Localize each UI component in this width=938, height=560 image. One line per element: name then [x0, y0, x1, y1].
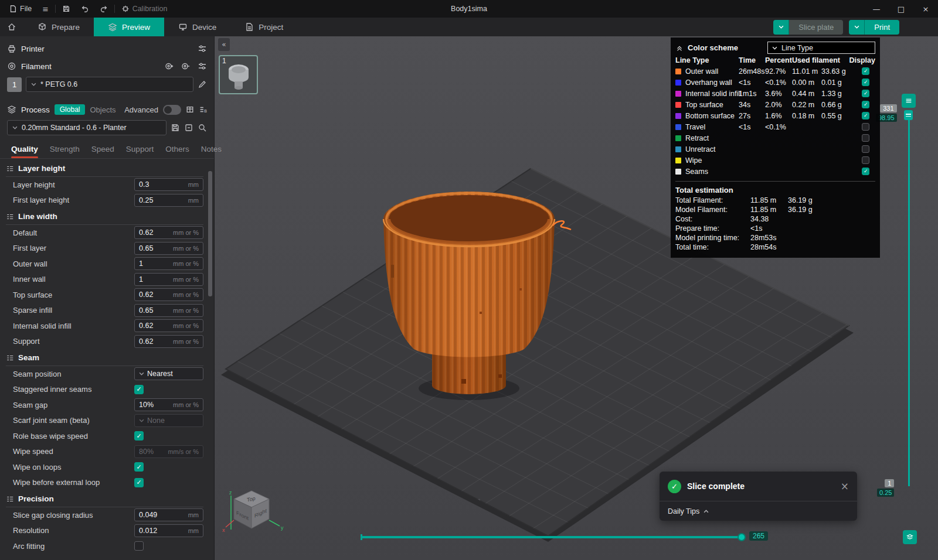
seam-gap-input[interactable]: 10%mm or %	[134, 398, 203, 411]
redo-button[interactable]	[94, 0, 113, 18]
param-unit: mm	[188, 511, 199, 518]
tab-others[interactable]: Others	[160, 142, 195, 158]
slice-dropdown-caret[interactable]	[773, 20, 789, 35]
display-checkbox[interactable]	[862, 67, 869, 75]
tab-project[interactable]: Project	[230, 18, 297, 36]
line-width-sparse-infill-input[interactable]: 0.65mm or %	[134, 304, 203, 317]
parameter-list-icon[interactable]: B	[199, 105, 207, 114]
add-filament-icon[interactable]	[165, 62, 174, 71]
layer-slider-track[interactable]	[908, 117, 910, 486]
seam-position-select[interactable]: Nearest	[134, 367, 203, 380]
tab-speed[interactable]: Speed	[86, 142, 120, 158]
wipe-speed-input[interactable]: 80%mm/s or %	[134, 445, 203, 458]
sidebar-scrollbar[interactable]	[208, 171, 212, 296]
slice-plate-button[interactable]: Slice plate	[773, 20, 843, 35]
line-width-top-surface-input[interactable]: 0.62mm or %	[134, 288, 203, 301]
display-checkbox[interactable]	[862, 145, 869, 153]
display-checkbox[interactable]	[862, 156, 869, 164]
print-button[interactable]: Print	[849, 20, 899, 35]
tab-strength[interactable]: Strength	[45, 142, 85, 158]
line-width-inner-wall-input[interactable]: 1mm or %	[134, 273, 203, 286]
display-checkbox[interactable]	[862, 78, 869, 86]
layer-height-input[interactable]: 0.3mm	[134, 178, 203, 191]
line-width-first-layer-input[interactable]: 0.65mm or %	[134, 242, 203, 255]
maximize-button[interactable]: □	[889, 0, 913, 18]
filament-settings-icon[interactable]	[198, 62, 207, 71]
save-button[interactable]	[57, 0, 76, 18]
view-mode-select[interactable]: Line Type	[767, 42, 875, 54]
tab-device[interactable]: Device	[164, 18, 230, 36]
sidebar-collapse-button[interactable]: «	[218, 38, 230, 51]
display-checkbox[interactable]	[862, 112, 869, 119]
print-dropdown-caret[interactable]	[849, 20, 865, 35]
wipe-before-external-loop-checkbox[interactable]	[134, 478, 144, 487]
filament-section: Filament	[0, 57, 214, 75]
parameter-table-icon[interactable]	[186, 105, 194, 114]
process-objects-tab[interactable]: Objects	[90, 105, 115, 114]
delete-preset-icon[interactable]	[184, 123, 193, 132]
layer-view-icon[interactable]	[903, 530, 917, 544]
line-width-outer-wall-input[interactable]: 1mm or %	[134, 257, 203, 270]
tab-home[interactable]	[0, 18, 23, 36]
printer-settings-icon[interactable]	[198, 44, 207, 53]
tab-notes[interactable]: Notes	[196, 142, 227, 158]
line-width-support-input[interactable]: 0.62mm or %	[134, 335, 203, 348]
display-checkbox[interactable]	[862, 90, 869, 97]
plate-number: 1	[222, 57, 226, 65]
layer-range-icon[interactable]	[902, 94, 916, 108]
orientation-cube[interactable]: z Top Front Right x y	[222, 490, 284, 533]
daily-tips-row[interactable]: Daily Tips	[660, 501, 857, 521]
edit-filament-icon[interactable]	[198, 80, 207, 89]
tab-device-label: Device	[192, 23, 216, 32]
arc-fitting-checkbox[interactable]	[134, 541, 144, 551]
collapse-panel-icon[interactable]	[675, 44, 684, 52]
display-checkbox[interactable]	[862, 168, 869, 175]
role-base-wipe-speed-checkbox[interactable]	[134, 431, 144, 441]
tab-preview[interactable]: Preview	[94, 18, 164, 36]
tab-quality[interactable]: Quality	[6, 142, 43, 158]
menu-list-button[interactable]: ≡	[37, 0, 53, 18]
line-width-internal-solid-input[interactable]: 0.62mm or %	[134, 319, 203, 332]
toast-close-icon[interactable]: ×	[841, 480, 849, 492]
param-row: First layer0.65mm or %	[6, 241, 203, 257]
display-checkbox[interactable]	[862, 134, 869, 142]
calibration-menu[interactable]: Calibration	[116, 0, 173, 18]
preview-layers-icon	[108, 22, 117, 32]
move-slider-track[interactable]	[361, 536, 745, 538]
advanced-toggle[interactable]	[163, 105, 181, 115]
process-preset-select[interactable]: 0.20mm Standard - 0.6 - Planter	[7, 120, 166, 135]
search-preset-icon[interactable]	[198, 123, 207, 132]
save-preset-icon[interactable]	[171, 123, 180, 132]
scarf-joint-seam-select[interactable]: None	[134, 414, 203, 427]
file-menu[interactable]: File	[4, 0, 37, 18]
param-label: First layer	[6, 244, 134, 252]
move-slider-value: 265	[749, 531, 768, 541]
line-type-name: Wipe	[685, 156, 702, 165]
move-slider-handle[interactable]	[738, 533, 746, 541]
display-checkbox[interactable]	[862, 123, 869, 131]
tab-support[interactable]: Support	[121, 142, 159, 158]
param-label: Layer height	[6, 180, 134, 189]
resolution-input[interactable]: 0.012mm	[134, 524, 203, 537]
remove-filament-icon[interactable]	[181, 62, 191, 71]
slice-gap-closing-radius-input[interactable]: 0.049mm	[134, 508, 203, 521]
undo-button[interactable]	[76, 0, 94, 18]
param-label: Scarf joint seam (beta)	[6, 416, 134, 425]
filament-select[interactable]: * PETG 0.6	[26, 77, 193, 92]
layer-slider-bottom-labels: 1 0.25	[877, 479, 894, 497]
minimize-button[interactable]: —	[864, 0, 889, 18]
layer-slider-handle[interactable]	[904, 110, 913, 120]
display-checkbox[interactable]	[862, 101, 869, 108]
filament-index-badge[interactable]: 1	[7, 77, 22, 92]
line-width-default-input[interactable]: 0.62mm or %	[134, 226, 203, 239]
process-global-tab[interactable]: Global	[55, 104, 86, 115]
param-row: Top surface0.62mm or %	[6, 287, 203, 303]
tab-prepare[interactable]: Prepare	[23, 18, 94, 36]
wipe-on-loops-checkbox[interactable]	[134, 462, 144, 472]
plate-thumbnail[interactable]: 1	[219, 55, 258, 94]
first-layer-height-input[interactable]: 0.25mm	[134, 194, 203, 207]
close-button[interactable]: ×	[913, 0, 938, 18]
staggered-inner-seams-checkbox[interactable]	[134, 385, 144, 394]
titlebar: File ≡ Calibration Body1sima — □ ×	[0, 0, 938, 18]
total-value-1: <1s	[750, 224, 788, 233]
